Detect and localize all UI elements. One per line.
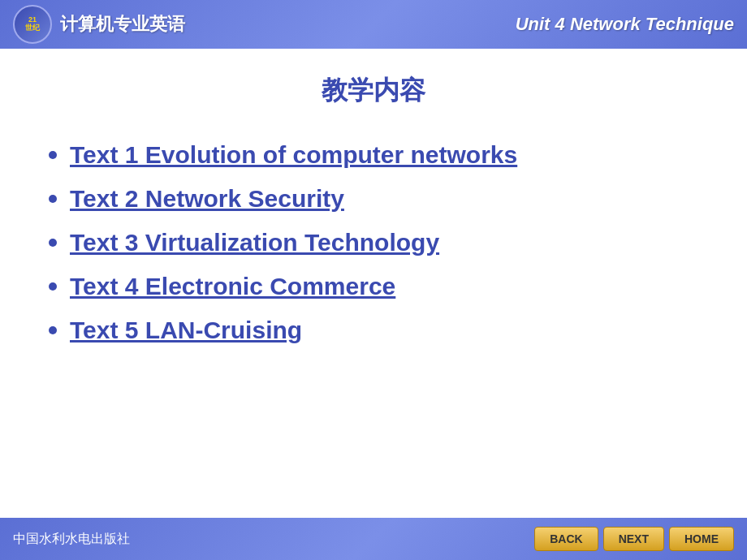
bullet-icon [49, 195, 57, 203]
footer-buttons: BACK NEXT HOME [534, 527, 734, 551]
menu-link-5[interactable]: Text 5 LAN-Cruising [70, 317, 302, 344]
bullet-icon [49, 282, 57, 291]
menu-link-2[interactable]: Text 2 Network Security [70, 185, 344, 213]
list-item: Text 4 Electronic Commerce [49, 269, 698, 304]
logo: 21世纪 [13, 5, 52, 44]
bullet-icon [49, 151, 57, 159]
header: 21世纪 计算机专业英语 Unit 4 Network Technique [0, 0, 747, 49]
back-button[interactable]: BACK [534, 527, 598, 551]
header-title-cn: 计算机专业英语 [60, 12, 185, 37]
page-title: 教学内容 [49, 73, 698, 109]
next-button[interactable]: NEXT [603, 527, 664, 551]
list-item: Text 5 LAN-Cruising [49, 312, 698, 348]
menu-link-3[interactable]: Text 3 Virtualization Technology [70, 229, 439, 256]
header-title-en: Unit 4 Network Technique [516, 14, 734, 35]
list-item: Text 2 Network Security [49, 181, 698, 217]
publisher-label: 中国水利水电出版社 [13, 531, 130, 548]
main-content: 教学内容 Text 1 Evolution of computer networ… [0, 49, 747, 518]
footer: 中国水利水电出版社 BACK NEXT HOME [0, 518, 747, 560]
menu-link-4[interactable]: Text 4 Electronic Commerce [70, 273, 395, 300]
list-item: Text 3 Virtualization Technology [49, 225, 698, 261]
bullet-icon [49, 326, 57, 334]
menu-link-1[interactable]: Text 1 Evolution of computer networks [70, 141, 517, 169]
home-button[interactable]: HOME [669, 527, 734, 551]
menu-list: Text 1 Evolution of computer networksTex… [49, 137, 698, 348]
bullet-icon [49, 239, 57, 247]
header-left: 21世纪 计算机专业英语 [13, 5, 185, 44]
list-item: Text 1 Evolution of computer networks [49, 137, 698, 173]
logo-text: 21世纪 [25, 16, 40, 32]
